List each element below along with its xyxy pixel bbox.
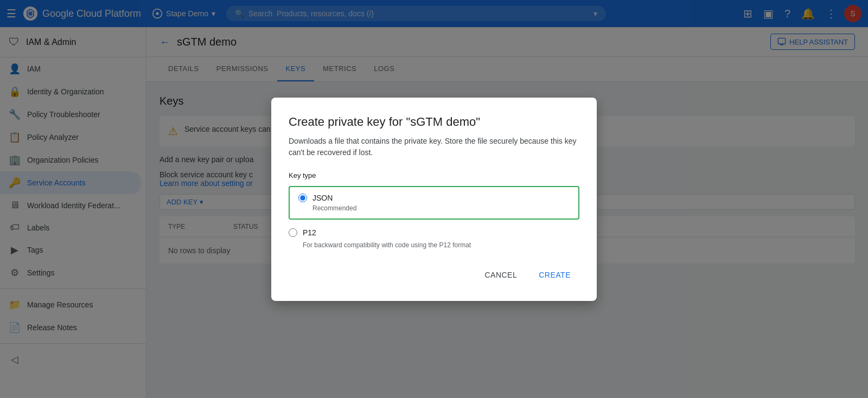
dialog-actions: CANCEL CREATE [289, 266, 579, 284]
json-sublabel: Recommended [312, 204, 570, 212]
key-type-json-box: JSON Recommended [289, 186, 579, 220]
create-button[interactable]: CREATE [530, 266, 579, 284]
json-option[interactable]: JSON [298, 194, 570, 202]
p12-label[interactable]: P12 [303, 228, 316, 237]
dialog-title: Create private key for "sGTM demo" [289, 115, 579, 129]
cancel-button[interactable]: CANCEL [476, 266, 526, 284]
modal-overlay: Create private key for "sGTM demo" Downl… [0, 0, 868, 398]
json-radio[interactable] [298, 194, 307, 202]
p12-sublabel: For backward compatibility with code usi… [303, 241, 579, 249]
json-label[interactable]: JSON [312, 194, 333, 202]
p12-radio[interactable] [289, 228, 297, 237]
create-key-dialog: Create private key for "sGTM demo" Downl… [271, 98, 597, 301]
key-type-label: Key type [289, 171, 579, 179]
dialog-subtitle: Downloads a file that contains the priva… [289, 136, 579, 158]
p12-option[interactable]: P12 For backward compatibility with code… [289, 228, 579, 249]
p12-radio-option[interactable]: P12 [289, 228, 579, 237]
